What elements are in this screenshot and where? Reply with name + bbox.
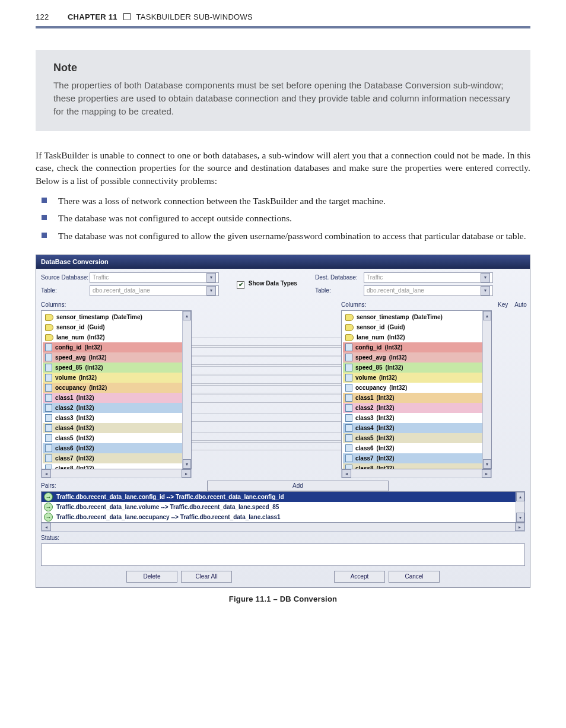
pair-item[interactable]: →Traffic.dbo.recent_data_lane.config_id … [42,492,524,502]
bullet-item: The database was not configured to accep… [36,212,530,225]
column-type: (Int32) [386,364,403,372]
column-item[interactable]: speed_avg(Int32) [343,352,484,363]
cancel-button[interactable]: Cancel [389,571,440,583]
chevron-down-icon[interactable]: ▾ [481,286,490,295]
column-name: class8 [55,465,74,470]
chevron-down-icon[interactable]: ▾ [206,286,216,295]
column-item[interactable]: speed_85(Int32) [43,363,184,373]
delete-button[interactable]: Delete [126,571,177,583]
column-icon [45,344,52,351]
dest-db-label: Dest. Database: [315,274,364,282]
column-item[interactable]: class2(Int32) [343,403,484,413]
pair-item[interactable]: →Traffic.dbo.recent_data_lane.occupancy … [42,512,524,522]
show-data-types-label: Show Data Types [249,280,297,287]
scroll-down-icon[interactable]: ▾ [516,513,524,522]
scroll-down-icon[interactable]: ▾ [183,459,191,469]
source-table-dropdown[interactable]: dbo.recent_data_lane ▾ [90,285,219,296]
scroll-right-icon[interactable]: ▸ [515,523,524,531]
column-name: sensor_id [357,323,384,332]
column-item[interactable]: class6(Int32) [343,443,484,453]
column-item[interactable]: class8(Int32) [343,463,484,469]
column-item[interactable]: lane_num(Int32) [43,332,184,342]
column-name: occupancy [355,384,386,392]
column-name: speed_avg [55,354,86,362]
pair-text: Traffic.dbo.recent_data_lane.occupancy -… [56,513,281,522]
scrollbar-vertical[interactable]: ▴ ▾ [516,492,524,522]
column-item[interactable]: class4(Int32) [343,423,484,433]
column-type: (Guid) [87,323,104,332]
column-item[interactable]: sensor_timestamp(DateTime) [43,312,184,322]
column-item[interactable]: class3(Int32) [343,413,484,423]
dest-db-value: Traffic [367,274,383,282]
add-button[interactable]: Add [207,481,389,491]
scrollbar-vertical[interactable]: ▴ ▾ [182,311,191,469]
dest-columns-list[interactable]: ▴ ▾ sensor_timestamp(DateTime)sensor_id(… [341,310,492,469]
column-item[interactable]: config_id(Int32) [43,342,184,352]
column-item[interactable]: occupancy(Int32) [43,383,184,393]
pairs-list[interactable]: ▴ ▾ →Traffic.dbo.recent_data_lane.config… [41,491,525,523]
dest-table-label: Table: [315,287,364,295]
bullet-item: There was a loss of network connection b… [36,195,530,208]
column-name: sensor_id [56,323,84,332]
column-item[interactable]: speed_85(Int32) [343,363,484,373]
column-item[interactable]: occupancy(Int32) [343,383,484,393]
column-item[interactable]: class4(Int32) [43,423,184,433]
scroll-left-icon[interactable]: ◂ [42,469,51,478]
scroll-up-icon[interactable]: ▴ [183,311,191,320]
scroll-left-icon[interactable]: ◂ [342,469,351,478]
scroll-left-icon[interactable]: ◂ [42,523,51,531]
column-item[interactable]: speed_avg(Int32) [43,352,184,363]
column-icon [45,424,52,432]
column-item[interactable]: class5(Int32) [343,433,484,443]
chevron-down-icon[interactable]: ▾ [206,273,216,282]
source-columns-list[interactable]: ▴ ▾ sensor_timestamp(DateTime)sensor_id(… [41,310,192,469]
column-item[interactable]: class6(Int32) [43,443,184,453]
scrollbar-horizontal[interactable]: ◂ ▸ [41,523,525,532]
key-icon [345,334,354,341]
pair-item[interactable]: →Traffic.dbo.recent_data_lane.volume -->… [42,502,524,512]
column-item[interactable]: volume(Int32) [343,373,484,383]
column-item[interactable]: class8(Int32) [43,463,184,469]
dest-table-dropdown[interactable]: dbo.recent_data_lane ▾ [364,285,493,296]
clear-all-button[interactable]: Clear All [181,571,232,583]
column-item[interactable]: sensor_id(Guid) [343,322,484,332]
column-item[interactable]: class3(Int32) [43,413,184,423]
scroll-up-icon[interactable]: ▴ [516,492,524,501]
scroll-right-icon[interactable]: ▸ [482,469,491,478]
column-icon [345,354,352,361]
column-icon [345,444,352,452]
dest-db-dropdown[interactable]: Traffic ▾ [364,272,493,283]
source-db-dropdown[interactable]: Traffic ▾ [90,272,219,283]
column-name: class5 [55,434,74,443]
scrollbar-vertical[interactable]: ▴ ▾ [482,311,491,469]
column-item[interactable]: sensor_timestamp(DateTime) [343,312,484,322]
column-icon [45,364,52,371]
column-item[interactable]: config_id(Int32) [343,342,484,352]
column-item[interactable]: sensor_id(Guid) [43,322,184,332]
column-item[interactable]: class7(Int32) [343,453,484,463]
column-item[interactable]: class1(Int32) [43,393,184,403]
scroll-right-icon[interactable]: ▸ [182,469,191,478]
scrollbar-horizontal[interactable]: ◂ ▸ [341,469,492,478]
column-item[interactable]: class2(Int32) [43,403,184,413]
column-name: class2 [55,404,74,412]
column-item[interactable]: class1(Int32) [343,393,484,403]
column-type: (Int32) [377,424,395,433]
column-item[interactable]: lane_num(Int32) [343,332,484,342]
scrollbar-horizontal[interactable]: ◂ ▸ [41,469,192,478]
column-name: sensor_timestamp [357,313,409,322]
column-item[interactable]: volume(Int32) [43,373,184,383]
chevron-down-icon[interactable]: ▾ [481,273,490,282]
status-area [41,543,525,566]
note-box: Note The properties of both Database com… [36,50,530,131]
column-icon [45,444,52,452]
scroll-down-icon[interactable]: ▾ [483,459,491,469]
auto-header-label: Auto [514,301,527,309]
column-item[interactable]: class7(Int32) [43,453,184,463]
show-data-types-checkbox[interactable]: ✔ [237,281,244,289]
column-item[interactable]: class5(Int32) [43,433,184,443]
column-type: (Int32) [77,434,94,443]
note-text: The properties of both Database componen… [53,79,513,117]
accept-button[interactable]: Accept [334,571,385,583]
scroll-up-icon[interactable]: ▴ [483,311,491,320]
